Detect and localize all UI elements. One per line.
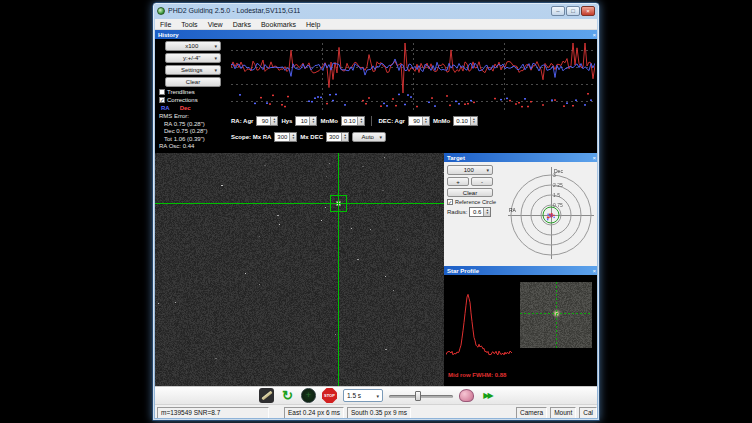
graph-settings-dropdown[interactable]: Settings▾ xyxy=(165,65,221,75)
graph-height-dropdown[interactable]: y:+/-4"▾ xyxy=(165,53,221,63)
target-close-icon[interactable]: × xyxy=(592,155,596,161)
star-profile-title: Star Profile xyxy=(447,268,479,274)
target-zoom-buttons: + - xyxy=(447,177,505,186)
ra-aggression-spinner[interactable]: 90▴▾ xyxy=(256,116,278,126)
minimize-button[interactable]: – xyxy=(551,6,565,16)
history-close-icon[interactable]: × xyxy=(592,32,596,38)
target-clear-button[interactable]: Clear xyxy=(447,188,493,197)
connector-icon xyxy=(261,391,272,401)
menu-help[interactable]: Help xyxy=(301,21,325,28)
brain-advanced-settings-button[interactable] xyxy=(459,389,474,402)
dec-aggression-spinner[interactable]: 90▴▾ xyxy=(408,116,430,126)
history-pane: History × x100▾ y:+/-4"▾ Settings▾ Clear xyxy=(155,30,597,153)
exposure-duration-select[interactable]: 1.5 s ▾ xyxy=(343,389,383,402)
fast-forward-icon: ▶▶ xyxy=(483,392,491,400)
target-pane-caption[interactable]: Target × xyxy=(444,153,597,162)
reference-circle-checkbox[interactable]: ✓ Reference Circle xyxy=(447,199,496,205)
menu-darks[interactable]: Darks xyxy=(228,21,256,28)
graph-length-dropdown[interactable]: x100▾ xyxy=(165,41,221,51)
east-offset-status: East 0.24 px 6 ms xyxy=(284,407,344,419)
rms-dec: Dec 0.75 (0.28") xyxy=(159,128,208,136)
target-zoom-in-button[interactable]: + xyxy=(447,177,469,186)
guide-button[interactable]: + xyxy=(301,388,316,403)
history-pane-caption[interactable]: History × xyxy=(155,30,597,39)
spinner-arrows-icon[interactable]: ▴▾ xyxy=(470,117,477,125)
spinner-arrows-icon[interactable]: ▴▾ xyxy=(309,117,316,125)
history-pane-content: x100▾ y:+/-4"▾ Settings▾ Clear Trendline… xyxy=(155,39,597,153)
spinner-arrows-icon[interactable]: ▴▾ xyxy=(422,117,429,125)
chevron-down-icon: ▾ xyxy=(486,167,489,173)
slider-knob[interactable] xyxy=(415,391,421,401)
graph-legend: RA Dec xyxy=(161,105,191,111)
target-zoom-out-button[interactable]: - xyxy=(471,177,493,186)
hysteresis-label: Hys xyxy=(281,118,292,124)
checkbox-box-icon xyxy=(159,89,165,95)
spinner-arrows-icon[interactable]: ▴▾ xyxy=(357,117,364,125)
scope-params-row: Scope: Mx RA 300▴▾ Mx DEC 300▴▾ Auto▾ xyxy=(231,132,386,142)
star-mass-snr-status: m=139549 SNR=8.7 xyxy=(157,407,269,419)
app-icon xyxy=(157,7,165,15)
dec-minmove-spinner[interactable]: 0.10▴▾ xyxy=(453,116,478,126)
star-profile-pane: Star Profile × Mid row FWHM: 0.88 xyxy=(444,266,597,386)
dec-legend-label: Dec xyxy=(180,105,191,111)
max-ra-duration-spinner[interactable]: 300▴▾ xyxy=(274,132,297,142)
guide-camera-view[interactable] xyxy=(155,153,445,386)
camera-properties-button[interactable]: ▶▶ xyxy=(480,388,495,403)
chevron-down-icon: ▾ xyxy=(214,43,217,49)
stop-button[interactable]: STOP xyxy=(322,388,337,403)
radius-spinner[interactable]: 0.6▴▾ xyxy=(469,207,491,217)
spinner-arrows-icon[interactable]: ▴▾ xyxy=(289,133,296,141)
chevron-down-icon: ▾ xyxy=(376,393,379,399)
history-controls: x100▾ y:+/-4"▾ Settings▾ Clear Trendline… xyxy=(157,41,229,151)
chevron-down-icon: ▾ xyxy=(214,67,217,73)
star-profile-caption[interactable]: Star Profile × xyxy=(444,266,597,275)
menu-bar: File Tools View Darks Bookmarks Help xyxy=(155,19,597,30)
graph-clear-button[interactable]: Clear xyxy=(165,77,221,87)
target-pane-content: 100▾ + - Clear ✓ Reference Circle Radius… xyxy=(444,162,597,266)
slider-groove xyxy=(389,395,453,398)
menu-view[interactable]: View xyxy=(203,21,228,28)
window-buttons: – □ × xyxy=(551,6,595,16)
star-profile-close-icon[interactable]: × xyxy=(592,268,596,274)
dec-guide-mode-select[interactable]: Auto▾ xyxy=(352,132,386,142)
close-button[interactable]: × xyxy=(581,6,595,16)
desktop-background: PHD2 Guiding 2.5.0 - Lodestar,SV115,G11 … xyxy=(0,0,752,423)
trendlines-checkbox[interactable]: Trendlines xyxy=(159,89,195,95)
screen-stretch-slider[interactable] xyxy=(389,389,453,402)
menu-file[interactable]: File xyxy=(155,21,176,28)
ra-hysteresis-spinner[interactable]: 10▴▾ xyxy=(295,116,317,126)
guide-target-icon: + xyxy=(306,391,311,400)
dec-minmove-label: MnMo xyxy=(433,118,450,124)
max-dec-duration-spinner[interactable]: 300▴▾ xyxy=(326,132,349,142)
checkbox-check-icon: ✓ xyxy=(159,97,165,103)
spinner-arrows-icon[interactable]: ▴▾ xyxy=(341,133,348,141)
radius-row: Radius: 0.6▴▾ xyxy=(447,207,505,217)
connect-equipment-button[interactable] xyxy=(259,388,274,403)
star-zoom-thumbnail xyxy=(520,282,592,348)
star-profile-content: Mid row FWHM: 0.88 xyxy=(444,275,597,386)
camera-image-canvas[interactable] xyxy=(155,153,445,386)
ra-oscillation: RA Osc: 0.44 xyxy=(159,143,208,151)
menu-bookmarks[interactable]: Bookmarks xyxy=(256,21,301,28)
star-profile-plot xyxy=(446,279,512,367)
ra-minmove-label: MnMo xyxy=(320,118,337,124)
divider xyxy=(371,116,372,126)
rms-total: Tot 1.06 (0.39") xyxy=(159,136,208,144)
radius-label: Radius: xyxy=(447,209,467,215)
ra-minmove-spinner[interactable]: 0.10▴▾ xyxy=(341,116,366,126)
loop-exposures-button[interactable]: ↻ xyxy=(280,388,295,403)
corrections-checkbox[interactable]: ✓ Corrections xyxy=(159,97,198,103)
spinner-arrows-icon[interactable]: ▴▾ xyxy=(270,117,277,125)
target-bullseye-chart xyxy=(506,165,596,261)
target-zoom-select[interactable]: 100▾ xyxy=(447,165,493,175)
spinner-arrows-icon[interactable]: ▴▾ xyxy=(483,208,490,216)
rms-header: RMS Error: xyxy=(159,113,208,121)
rms-ra: RA 0.75 (0.28") xyxy=(159,121,208,129)
guide-algo-params-row: RA: Agr 90▴▾ Hys 10▴▾ MnMo 0.10▴▾ DEC: A… xyxy=(231,116,478,126)
mount-status: Mount xyxy=(550,407,576,419)
title-bar[interactable]: PHD2 Guiding 2.5.0 - Lodestar,SV115,G11 … xyxy=(153,3,599,18)
guiding-history-graph xyxy=(231,41,595,113)
history-pane-title: History xyxy=(158,32,179,38)
menu-tools[interactable]: Tools xyxy=(176,21,202,28)
maximize-button[interactable]: □ xyxy=(566,6,580,16)
